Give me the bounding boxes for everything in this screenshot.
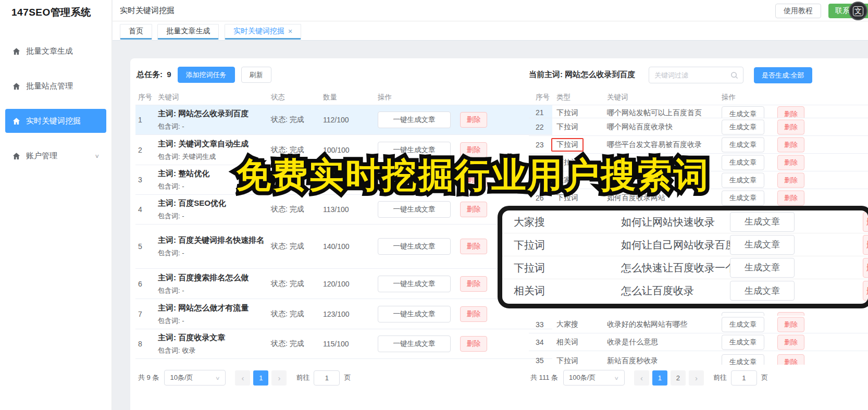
- generate-article-button[interactable]: 生成文章: [722, 317, 764, 332]
- tutorial-button[interactable]: 使用教程: [775, 4, 821, 18]
- table-row[interactable]: 2 主词: 关键词文章自动生成包含词: 关键词生成 状态: 完成 100/100…: [135, 135, 552, 165]
- generate-article-button[interactable]: 一键生成文章: [378, 306, 451, 322]
- table-row[interactable]: 22 下拉词 哪个网站百度收录快 生成文章删除: [529, 118, 868, 136]
- table-row[interactable]: 33 大家搜 收录好的发帖网站有哪些 生成文章删除: [529, 316, 868, 333]
- delete-button[interactable]: 删除: [777, 155, 804, 170]
- table-row[interactable]: 24 下拉词 生成文章删除: [529, 154, 868, 171]
- page-number-1[interactable]: 1: [253, 370, 268, 386]
- table-row[interactable]: 3 主词: 整站优化包含词: - 状态: 完成 一键生成文章删除: [135, 165, 552, 195]
- translate-extension-icon[interactable]: 文: [849, 2, 867, 20]
- page-size-select[interactable]: 10条/页∨: [164, 370, 226, 386]
- next-page-button[interactable]: ›: [689, 370, 704, 386]
- table-row[interactable]: 26 下拉词 如何百度收录网站 生成文章删除: [529, 189, 868, 207]
- next-page-button[interactable]: ›: [271, 370, 287, 386]
- task-main-word: 主词: 百度收录文章: [158, 332, 268, 342]
- generate-article-button[interactable]: 生成文章: [730, 258, 795, 278]
- table-row[interactable]: 8 主词: 百度收录文章包含词: 收录 状态: 完成 115/100 一键生成文…: [135, 329, 552, 359]
- generate-article-button[interactable]: 生成文章: [722, 119, 764, 134]
- table-row[interactable]: 34 相关词 收录是什么意思 生成文章删除: [529, 333, 868, 351]
- page-number-1[interactable]: 1: [652, 370, 667, 386]
- generate-article-button[interactable]: 一键生成文章: [378, 171, 451, 188]
- goto-page-input[interactable]: [731, 370, 757, 386]
- delete-button[interactable]: 删除: [777, 119, 804, 134]
- delete-button[interactable]: 删除: [863, 281, 868, 301]
- sidebar-item-batch-site[interactable]: 批量站点管理: [5, 74, 106, 98]
- generate-article-button[interactable]: 生成文章: [722, 190, 764, 205]
- delete-button[interactable]: 删除: [863, 235, 868, 255]
- keyword-filter-input[interactable]: [654, 67, 727, 83]
- delete-button[interactable]: 删除: [460, 276, 487, 292]
- delete-button[interactable]: 删除: [460, 202, 487, 217]
- delete-button[interactable]: 删除: [777, 334, 804, 350]
- delete-button[interactable]: 删除: [460, 172, 487, 188]
- delete-button[interactable]: 删除: [460, 239, 487, 254]
- delete-button[interactable]: 删除: [460, 306, 487, 322]
- delete-button[interactable]: 删除: [777, 317, 804, 332]
- table-row[interactable]: 1 主词: 网站怎么收录到百度包含词: - 状态: 完成 112/100 一键生…: [135, 105, 552, 135]
- table-row[interactable]: 23 下拉词 哪些平台发文容易被百度收录 生成文章删除: [529, 136, 868, 154]
- chevron-down-icon: ∨: [94, 153, 100, 159]
- inset-row: 下拉词 如何让自己网站收录百度 生成文章 删除: [502, 233, 868, 256]
- generate-article-button[interactable]: 一键生成文章: [378, 336, 451, 352]
- prev-page-button[interactable]: ‹: [235, 370, 250, 386]
- keyword-text: 怎么让百度收录: [621, 284, 694, 298]
- generate-article-button[interactable]: 一键生成文章: [378, 142, 451, 158]
- task-status: 状态: 完成: [271, 339, 304, 349]
- page-number-2[interactable]: 2: [671, 370, 686, 386]
- delete-button[interactable]: 删除: [777, 106, 804, 118]
- generate-article-button[interactable]: 生成文章: [730, 281, 795, 301]
- keywords-pagination: 共 111 条 100条/页∨ ‹ 1 2 › 前往 页: [530, 370, 768, 386]
- tab-home[interactable]: 首页: [120, 24, 152, 40]
- delete-button[interactable]: 删除: [863, 258, 868, 278]
- prev-page-button[interactable]: ‹: [634, 370, 649, 386]
- add-task-button[interactable]: 添加挖词任务: [178, 67, 235, 83]
- keyword-type: 下拉词: [556, 356, 578, 365]
- refresh-button[interactable]: 刷新: [241, 67, 271, 83]
- sidebar-item-batch-article[interactable]: 批量文章生成: [5, 39, 106, 63]
- delete-button[interactable]: 删除: [777, 190, 804, 205]
- sidebar: 147SEO管理系统 批量文章生成 批量站点管理 实时关键词挖掘 账户管理 ∨: [0, 0, 112, 410]
- generate-article-button[interactable]: 生成文章: [722, 106, 764, 118]
- table-row[interactable]: 5 主词: 百度关键词排名快速排名包含词: - 状态: 完成 140/100 一…: [135, 225, 552, 269]
- delete-button[interactable]: 删除: [460, 142, 487, 158]
- delete-button[interactable]: 删除: [460, 112, 487, 128]
- goto-page-input[interactable]: [314, 370, 340, 386]
- table-row[interactable]: 7 主词: 网站怎么做才有流量包含词: - 状态: 完成 123/100 一键生…: [135, 299, 552, 329]
- sidebar-item-label: 批量站点管理: [26, 81, 73, 91]
- generate-article-button[interactable]: 生成文章: [722, 354, 764, 365]
- table-row[interactable]: 4 主词: 百度SEO优化包含词: - 状态: 完成 113/100 一键生成文…: [135, 195, 552, 225]
- generate-article-button[interactable]: 一键生成文章: [378, 201, 451, 218]
- delete-button[interactable]: 删除: [460, 336, 487, 352]
- task-main-word: 主词: 网站怎么收录到百度: [158, 108, 268, 118]
- table-row[interactable]: 21 下拉词 哪个网站发帖可以上百度首页 生成文章删除: [529, 105, 868, 118]
- generate-article-button[interactable]: 一键生成文章: [378, 276, 451, 292]
- close-icon[interactable]: ×: [288, 27, 292, 35]
- sidebar-item-label: 账户管理: [26, 151, 57, 161]
- delete-button[interactable]: 删除: [777, 172, 804, 188]
- generate-article-button[interactable]: 生成文章: [722, 334, 764, 350]
- delete-button[interactable]: 删除: [777, 137, 804, 152]
- table-row[interactable]: 35 下拉词 新站百度秒收录 生成文章删除: [529, 351, 868, 365]
- delete-button[interactable]: [777, 312, 804, 316]
- page-size-select[interactable]: 100条/页∨: [563, 370, 625, 386]
- generate-article-button[interactable]: 生成文章: [730, 212, 795, 232]
- generate-article-button[interactable]: 一键生成文章: [378, 238, 451, 255]
- sidebar-item-account[interactable]: 账户管理 ∨: [5, 144, 106, 168]
- generate-article-button[interactable]: 生成文章: [722, 172, 764, 188]
- tab-batch-article[interactable]: 批量文章生成: [157, 24, 219, 40]
- generate-all-button[interactable]: 是否生成:全部: [754, 67, 812, 83]
- sidebar-item-realtime-keywords[interactable]: 实时关键词挖掘: [5, 109, 106, 133]
- generate-article-button[interactable]: 生成文章: [722, 155, 764, 170]
- generate-article-button[interactable]: 一键生成文章: [378, 111, 451, 128]
- tab-realtime-keywords[interactable]: 实时关键词挖掘 ×: [225, 24, 301, 40]
- table-row[interactable]: 25 大家搜 生成文章删除: [529, 171, 868, 189]
- delete-button[interactable]: 删除: [863, 212, 868, 232]
- generate-article-button[interactable]: 生成文章: [730, 235, 795, 255]
- generate-article-button[interactable]: [722, 312, 764, 316]
- generate-article-button[interactable]: 生成文章: [722, 137, 764, 152]
- table-row[interactable]: 6 主词: 百度搜索排名怎么做包含词: - 状态: 完成 120/100 一键生…: [135, 269, 552, 299]
- keyword-text: 新站百度秒收录: [607, 356, 658, 365]
- home-icon: [12, 82, 21, 91]
- delete-button[interactable]: 删除: [777, 354, 804, 365]
- keyword-type: 下拉词: [556, 193, 578, 203]
